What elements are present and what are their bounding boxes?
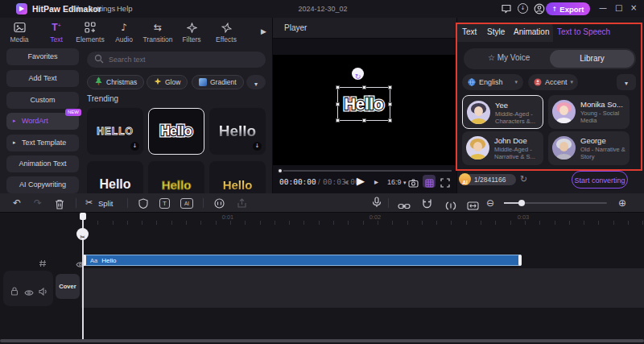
cover-button[interactable]: Cover <box>56 274 80 299</box>
selection-handle[interactable] <box>336 85 340 89</box>
export-button[interactable]: ↑ Export <box>546 2 590 15</box>
download-icon[interactable]: ↓ <box>130 142 139 151</box>
timeline-ruler[interactable] <box>83 221 644 225</box>
selection-handle[interactable] <box>336 118 340 122</box>
split-label[interactable]: Split <box>98 199 113 208</box>
grid-overlay-button[interactable] <box>423 175 436 188</box>
seek-bar[interactable] <box>279 170 452 172</box>
speed-icon[interactable] <box>214 197 225 212</box>
microphone-icon[interactable] <box>372 197 382 211</box>
download-icon[interactable]: ↓ <box>518 3 528 14</box>
language-dropdown[interactable]: English ▾ <box>462 74 523 90</box>
menu-settings[interactable]: Settings <box>88 4 115 13</box>
sidebar-item-animation-text[interactable]: Animation Text <box>6 155 79 172</box>
text-style-card-silver[interactable]: Hello ↓ <box>209 108 266 155</box>
snapshot-icon[interactable] <box>408 176 419 191</box>
rotate-handle[interactable]: ↻ <box>352 68 364 80</box>
text-selection-box[interactable]: HelloHelloHello <box>337 87 390 121</box>
voice-card-john-doe[interactable]: John Doe Middle-Aged - Narrative & S... <box>462 131 543 165</box>
filter-chip-gradient[interactable]: Gradient <box>192 75 244 89</box>
export-clip-icon[interactable] <box>237 197 247 212</box>
account-icon[interactable] <box>534 3 545 18</box>
voice-card-monika[interactable]: Monika So... Young - Social Media <box>548 95 630 129</box>
ai-tool-icon[interactable]: AI <box>180 198 193 209</box>
video-canvas[interactable]: ↻ HelloHelloHello <box>273 55 456 165</box>
maximize-button[interactable]: □ <box>615 3 622 12</box>
zoom-out-icon[interactable]: ⊖ <box>486 197 494 209</box>
video-track-lane[interactable] <box>81 268 644 308</box>
tab-transition[interactable]: ⇆ Transition <box>138 21 177 44</box>
voice-card-george[interactable]: George Old - Narrative & Story <box>548 131 630 165</box>
menu-file[interactable]: File <box>71 4 83 13</box>
filter-chip-glow[interactable]: Glow <box>147 75 188 89</box>
text-style-card-bubble-selected[interactable]: HelloHelloHello <box>148 108 204 155</box>
sidebar-item-wordart[interactable]: ▸ WordArt NEW <box>6 113 79 130</box>
text-style-card-gold[interactable]: Hello <box>209 161 266 193</box>
next-frame-button[interactable]: ▸ <box>374 177 378 186</box>
start-converting-button[interactable]: Start converting <box>572 171 628 189</box>
text-style-card-yellow[interactable]: Hello <box>148 161 204 193</box>
selection-handle[interactable] <box>336 102 340 106</box>
menu-help[interactable]: Help <box>117 4 133 13</box>
tab-text-to-speech-active[interactable]: Text to Speech <box>557 27 610 36</box>
fullscreen-icon[interactable] <box>440 176 450 191</box>
filter-chip-christmas[interactable]: Christmas <box>87 75 144 89</box>
magnet-snap-icon[interactable] <box>422 197 432 212</box>
sidebar-item-ai-copywriting[interactable]: AI Copywriting <box>6 176 79 193</box>
search-input[interactable] <box>109 56 258 64</box>
link-clips-icon[interactable] <box>398 199 411 213</box>
tab-style[interactable]: Style <box>487 27 505 36</box>
text-style-card-white[interactable]: Hello <box>87 161 143 193</box>
track-options-icon[interactable] <box>39 256 47 271</box>
redo-icon[interactable]: ↷ <box>34 197 42 209</box>
text-style-card-outline[interactable]: HELLO ↓ <box>87 108 143 155</box>
close-button[interactable]: × <box>630 3 637 12</box>
chips-expand-button[interactable]: ▾ <box>246 75 266 89</box>
canvas-hello-text[interactable]: HelloHelloHello <box>345 96 384 112</box>
text-clip-hello[interactable]: Aa Hello <box>83 255 522 266</box>
minimize-button[interactable]: — <box>599 3 607 12</box>
seek-knob[interactable] <box>277 168 283 174</box>
voice-card-yee[interactable]: Yee Middle-Aged - Characters &... <box>462 95 543 129</box>
delete-icon[interactable] <box>55 198 64 213</box>
speaker-icon[interactable] <box>39 284 47 299</box>
library-option-selected[interactable]: Library <box>550 50 634 68</box>
sidebar-item-add-text[interactable]: Add Text <box>6 70 79 87</box>
ripple-edit-icon[interactable] <box>444 199 457 213</box>
tab-text[interactable]: T+ Text <box>39 21 74 44</box>
tab-effects[interactable]: Effects <box>208 21 245 44</box>
selection-handle[interactable] <box>388 85 392 89</box>
playhead-grip[interactable] <box>80 213 86 220</box>
my-voice-option[interactable]: ☆ My Voice <box>488 53 530 62</box>
tab-filters[interactable]: Filters <box>174 21 209 44</box>
sidebar-item-text-template[interactable]: ▸ Text Template <box>6 135 79 151</box>
sidebar-item-custom[interactable]: Custom <box>6 92 79 109</box>
selection-handle[interactable] <box>388 118 392 122</box>
tab-audio[interactable]: ♪ Audio <box>106 21 142 44</box>
zoom-in-icon[interactable]: ⊕ <box>618 197 626 209</box>
sidebar-item-favorites[interactable]: Favorites <box>6 48 79 65</box>
tab-text-properties[interactable]: Text <box>462 27 477 36</box>
voice-filters-expand-button[interactable]: ▾ <box>617 74 636 90</box>
undo-icon[interactable]: ↶ <box>13 197 21 209</box>
selection-handle[interactable] <box>362 118 366 122</box>
selection-handle[interactable] <box>362 85 366 89</box>
clip-trim-handle-right[interactable] <box>518 255 522 266</box>
tab-media[interactable]: Media <box>2 21 37 44</box>
lock-icon[interactable] <box>10 284 19 299</box>
eye-icon[interactable] <box>24 285 34 300</box>
mask-shield-icon[interactable] <box>138 197 148 212</box>
playhead-split-badge[interactable]: ✂ <box>76 228 89 240</box>
accent-dropdown[interactable]: Accent ▾ <box>528 74 578 90</box>
refresh-icon[interactable]: ↻ <box>520 174 527 184</box>
aspect-ratio-dropdown[interactable]: 16:9 ▾ <box>387 178 407 186</box>
download-icon[interactable]: ↓ <box>253 142 262 151</box>
text-tool-icon[interactable]: T <box>159 198 170 209</box>
fit-timeline-icon[interactable] <box>467 199 479 213</box>
selection-handle[interactable] <box>388 102 392 106</box>
zoom-slider-knob[interactable] <box>518 200 525 206</box>
previous-frame-button[interactable]: ◂ <box>344 177 348 186</box>
ribbon-expand-icon[interactable]: ▶ <box>261 27 266 35</box>
play-button[interactable]: ▶ <box>357 175 365 187</box>
timeline-scrollbar[interactable] <box>0 339 644 342</box>
